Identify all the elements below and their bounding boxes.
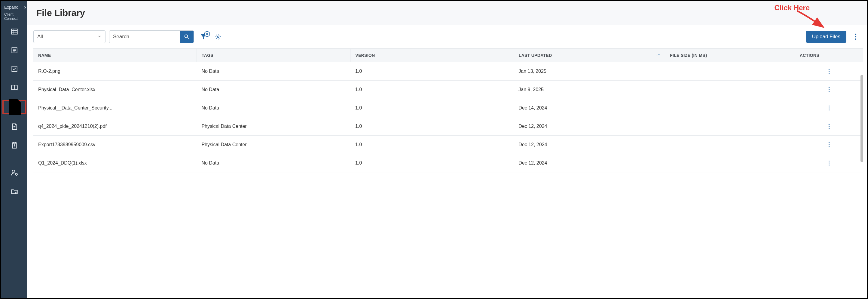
sort-desc-icon bbox=[656, 53, 660, 57]
sidebar-item-book[interactable] bbox=[8, 81, 21, 94]
svg-point-29 bbox=[855, 34, 856, 35]
cell-name: Physical_Data_Center.xlsx bbox=[33, 81, 196, 99]
svg-point-35 bbox=[829, 69, 830, 70]
expand-toggle[interactable]: Expand ›› bbox=[4, 4, 25, 10]
svg-point-17 bbox=[12, 170, 15, 173]
cell-tags: No Data bbox=[196, 81, 350, 99]
row-actions-menu[interactable] bbox=[800, 87, 858, 93]
cell-file-size bbox=[665, 154, 795, 172]
column-header-file-size[interactable]: FILE SIZE (IN MB) bbox=[665, 49, 795, 62]
cell-tags: No Data bbox=[196, 62, 350, 81]
cell-actions bbox=[795, 81, 863, 99]
column-header-actions: ACTIONS bbox=[795, 49, 863, 62]
search-input[interactable] bbox=[110, 34, 180, 40]
list-icon bbox=[10, 46, 18, 54]
svg-point-49 bbox=[829, 146, 830, 147]
scrollbar-thumb[interactable] bbox=[861, 75, 863, 162]
row-actions-menu[interactable] bbox=[800, 105, 858, 111]
filter-button[interactable]: 0 bbox=[200, 33, 207, 40]
checklist-icon bbox=[10, 65, 18, 73]
svg-point-46 bbox=[829, 128, 830, 129]
table-row[interactable]: q4_2024_pide_20241210(2).pdfPhysical Dat… bbox=[33, 117, 863, 136]
svg-point-40 bbox=[829, 91, 830, 92]
gear-icon bbox=[215, 33, 221, 40]
column-header-version[interactable]: VERSION bbox=[350, 49, 514, 62]
cell-last-updated: Dec 12, 2024 bbox=[514, 117, 665, 136]
settings-button[interactable] bbox=[215, 33, 221, 40]
cell-name: Export1733989959009.csv bbox=[33, 136, 196, 154]
cell-version: 1.0 bbox=[350, 62, 514, 81]
sidebar-item-file-check[interactable] bbox=[2, 100, 26, 114]
sidebar-item-clipboard-alert[interactable] bbox=[8, 139, 21, 152]
filter-dropdown-value: All bbox=[37, 34, 43, 40]
row-actions-menu[interactable] bbox=[800, 68, 858, 74]
cell-last-updated: Dec 12, 2024 bbox=[514, 136, 665, 154]
column-header-name[interactable]: NAME bbox=[33, 49, 196, 62]
user-settings-icon bbox=[10, 169, 18, 177]
toolbar-more-menu[interactable] bbox=[853, 33, 858, 40]
sidebar-header: Expand ›› Client Connect bbox=[1, 1, 27, 22]
row-actions-menu[interactable] bbox=[800, 160, 858, 166]
table-row[interactable]: Physical_Data_Center.xlsxNo Data1.0Jan 9… bbox=[33, 81, 863, 99]
kebab-icon bbox=[828, 160, 830, 166]
sidebar-divider bbox=[6, 159, 23, 159]
svg-point-41 bbox=[829, 106, 830, 107]
svg-point-48 bbox=[829, 144, 830, 145]
svg-point-36 bbox=[829, 71, 830, 71]
search-field bbox=[109, 30, 194, 43]
cell-actions bbox=[795, 136, 863, 154]
cell-file-size bbox=[665, 62, 795, 81]
cell-last-updated: Dec 12, 2024 bbox=[514, 154, 665, 172]
row-actions-menu[interactable] bbox=[800, 142, 858, 148]
svg-point-37 bbox=[829, 73, 830, 74]
svg-point-50 bbox=[829, 161, 830, 161]
column-header-last-updated[interactable]: LAST UPDATED bbox=[514, 49, 665, 62]
cell-name: q4_2024_pide_20241210(2).pdf bbox=[33, 117, 196, 136]
search-button[interactable] bbox=[180, 30, 193, 43]
cell-name: R.O-2.png bbox=[33, 62, 196, 81]
sidebar-item-checklist[interactable] bbox=[8, 63, 21, 75]
kebab-icon bbox=[828, 87, 830, 93]
sidebar-item-document[interactable] bbox=[8, 120, 21, 133]
sidebar-item-folder-config[interactable] bbox=[8, 185, 21, 198]
clipboard-alert-icon bbox=[10, 141, 18, 149]
brand-label: Client Connect bbox=[4, 12, 25, 21]
kebab-icon bbox=[828, 68, 830, 74]
table-row[interactable]: R.O-2.pngNo Data1.0Jan 13, 2025 bbox=[33, 62, 863, 81]
cell-version: 1.0 bbox=[350, 117, 514, 136]
cell-version: 1.0 bbox=[350, 136, 514, 154]
cell-tags: No Data bbox=[196, 154, 350, 172]
sidebar-item-list[interactable] bbox=[8, 44, 21, 57]
upload-files-button[interactable]: Upload Files bbox=[806, 31, 847, 43]
table-row[interactable]: Physical__Data_Center_Security...No Data… bbox=[33, 99, 863, 117]
cell-file-size bbox=[665, 81, 795, 99]
svg-point-23 bbox=[15, 192, 17, 193]
column-header-tags[interactable]: TAGS bbox=[196, 49, 350, 62]
cell-tags: Physical Data Center bbox=[196, 136, 350, 154]
cell-name: Q1_2024_DDQ(1).xlsx bbox=[33, 154, 196, 172]
svg-point-30 bbox=[855, 36, 856, 37]
sidebar-item-user-settings[interactable] bbox=[8, 166, 21, 179]
cell-tags: No Data bbox=[196, 99, 350, 117]
document-icon bbox=[10, 123, 18, 130]
svg-point-51 bbox=[829, 162, 830, 163]
building-icon bbox=[10, 28, 18, 35]
cell-last-updated: Dec 14, 2024 bbox=[514, 99, 665, 117]
svg-point-31 bbox=[855, 38, 856, 40]
cell-actions bbox=[795, 117, 863, 136]
cell-version: 1.0 bbox=[350, 154, 514, 172]
row-actions-menu[interactable] bbox=[800, 123, 858, 129]
kebab-icon bbox=[828, 142, 830, 148]
book-icon bbox=[10, 84, 18, 91]
svg-point-38 bbox=[829, 87, 830, 88]
filter-dropdown[interactable]: All bbox=[33, 30, 105, 43]
sidebar-item-building[interactable] bbox=[8, 25, 21, 38]
svg-point-52 bbox=[829, 165, 830, 166]
svg-rect-0 bbox=[11, 29, 18, 34]
table-row[interactable]: Q1_2024_DDQ(1).xlsxNo Data1.0Dec 12, 202… bbox=[33, 154, 863, 172]
sidebar: Expand ›› Client Connect bbox=[1, 1, 27, 298]
cell-last-updated: Jan 9, 2025 bbox=[514, 81, 665, 99]
svg-line-27 bbox=[188, 38, 189, 39]
table-row[interactable]: Export1733989959009.csvPhysical Data Cen… bbox=[33, 136, 863, 154]
page-title: File Library bbox=[27, 1, 867, 25]
